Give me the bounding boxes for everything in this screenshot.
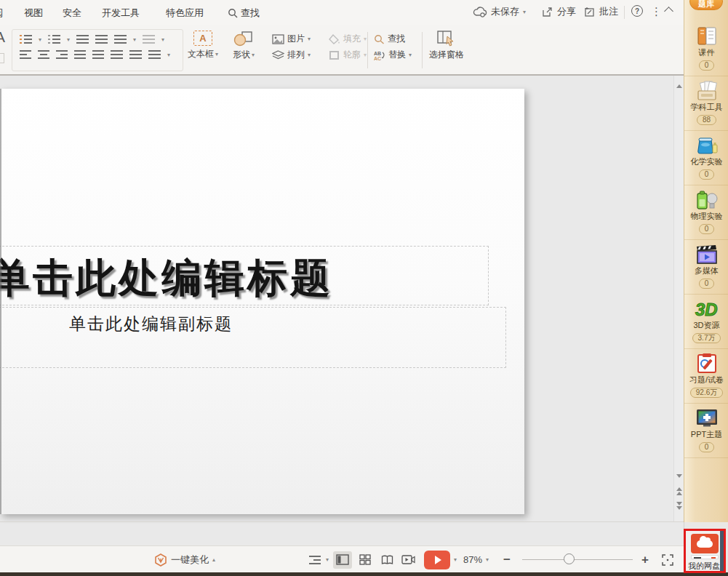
sidebar-item-physics-lab[interactable]: 物理实验 0 [684, 185, 728, 240]
sidebar-item-chemistry-lab[interactable]: 化学实验 0 [684, 131, 728, 185]
sidebar-top-badge[interactable]: 题库 [689, 0, 723, 10]
slide-workspace: 单击此处编辑标题 单击此处编辑副标题 [0, 76, 684, 545]
workspace-bottom-line [0, 521, 684, 522]
view-slideshow-button[interactable] [399, 546, 417, 573]
picture-button[interactable]: 图片▾ [272, 33, 311, 45]
sidebar-item-subject-tools[interactable]: 学科工具 88 [684, 76, 728, 131]
scroll-up-icon[interactable] [676, 84, 682, 88]
font-tool-clipped: A [0, 28, 5, 46]
next-slide-icon[interactable] [676, 502, 682, 505]
share-button[interactable]: 分享 [542, 5, 576, 18]
save-status-label: 未保存 [491, 5, 519, 18]
arrange-icon [272, 50, 284, 60]
chevron-down-icon: ▾ [454, 556, 457, 563]
menu-find-label: 查找 [241, 7, 260, 20]
status-bar: 一键美化 ▴ ▾ ▾ 87% ▾ − + [0, 545, 684, 572]
menu-item-security[interactable]: 安全 [63, 7, 81, 20]
decrease-indent-icon[interactable] [76, 35, 89, 44]
slide-title-text[interactable]: 单击此处编辑标题 [0, 252, 333, 305]
outline-label: 轮廓 [343, 49, 361, 61]
selection-pane-icon [437, 31, 456, 47]
menu-item-view[interactable]: 视图 [24, 7, 43, 20]
text-direction-icon[interactable] [114, 35, 127, 44]
view-normal-button[interactable] [333, 546, 352, 573]
picture-label: 图片 [287, 33, 305, 45]
sidebar-item-3d-resources[interactable]: 3D 3D资源 3.7万 [684, 295, 728, 349]
slide-subtitle-text[interactable]: 单击此处编辑副标题 [69, 313, 233, 335]
textbox-icon: A [193, 31, 212, 46]
screen-edge-strip [720, 531, 724, 571]
menu-item-special-features[interactable]: 特色应用 [166, 7, 204, 20]
align-left-icon[interactable] [20, 50, 31, 59]
shapes-button[interactable]: 形状▾ [233, 31, 255, 61]
slide-canvas[interactable]: 单击此处编辑标题 单击此处编辑副标题 [0, 89, 524, 514]
zoom-out-button[interactable]: − [503, 546, 511, 573]
picture-arrange-group: 图片▾ 排列▾ [272, 33, 311, 61]
justify-icon[interactable] [74, 50, 86, 59]
help-button[interactable]: ? [631, 5, 643, 17]
previous-slide-icon2[interactable] [676, 492, 682, 495]
increase-indent-icon[interactable] [95, 35, 108, 44]
sidebar-item-exercises[interactable]: 习题/试卷 92.6万 [684, 349, 728, 404]
beautify-button[interactable]: 一键美化 ▴ [154, 546, 215, 573]
cloud-drive-icon [691, 534, 719, 553]
zoom-in-button[interactable]: + [641, 546, 649, 573]
chevron-down-icon[interactable]: ▾ [39, 36, 41, 43]
find-button[interactable]: 查找 [374, 33, 412, 45]
sidebar-item-courseware[interactable]: 课件 0 [684, 22, 728, 76]
selection-pane-button[interactable]: 选择窗格 [429, 31, 464, 61]
more-dots-icon: ⋮ [651, 5, 662, 18]
comment-icon [584, 7, 596, 17]
arrange-button[interactable]: 排列▾ [272, 49, 311, 61]
textbox-label: 文本框 [188, 48, 214, 60]
selection-pane-label: 选择窗格 [429, 49, 464, 61]
line-spacing-decrease-icon[interactable] [129, 50, 142, 59]
line-spacing-increase-icon[interactable] [111, 50, 123, 59]
my-cloud-drive-item-highlighted[interactable]: 我的网盘 [684, 529, 726, 573]
numbered-list-icon[interactable] [48, 35, 60, 44]
sidebar-item-label: PPT主题 [684, 430, 728, 439]
fit-to-window-button[interactable] [662, 546, 673, 573]
distribute-icon[interactable] [92, 50, 104, 59]
sidebar-item-multimedia[interactable]: 多媒体 0 [684, 240, 728, 295]
sidebar-item-label: 习题/试卷 [684, 375, 728, 385]
previous-slide-icon[interactable] [676, 487, 682, 491]
scroll-down-icon[interactable] [676, 474, 682, 478]
zoom-slider-track[interactable] [522, 559, 633, 560]
help-icon: ? [631, 5, 643, 17]
next-slide-icon2[interactable] [676, 506, 682, 510]
align-center-icon[interactable] [38, 50, 49, 59]
chevron-down-icon[interactable]: ▾ [133, 36, 136, 43]
chevron-down-icon[interactable]: ▾ [167, 52, 170, 58]
beautify-label: 一键美化 [171, 553, 209, 567]
chevron-down-icon: ▾ [215, 51, 218, 57]
zoom-slider-thumb[interactable] [564, 553, 575, 564]
vertical-scrollbar[interactable] [673, 76, 684, 522]
chevron-down-icon: ▾ [308, 52, 311, 58]
line-spacing-icon[interactable] [148, 50, 161, 59]
fill-label: 填充 [343, 33, 361, 45]
menu-item-developer-tools[interactable]: 开发工具 [102, 7, 140, 20]
exercises-icon [694, 353, 720, 375]
physics-lab-icon [694, 189, 720, 211]
sidebar-item-ppt-themes[interactable]: PPT主题 0 [684, 404, 728, 458]
picture-icon [272, 34, 284, 44]
notes-icon [309, 556, 322, 564]
chevron-down-icon[interactable]: ▾ [67, 36, 70, 43]
zoom-level-button[interactable]: 87% ▾ [463, 546, 489, 573]
more-options-button[interactable]: ⋮ [651, 5, 662, 18]
menu-item-review-clipped[interactable]: 阅 [0, 7, 3, 20]
align-right-icon[interactable] [56, 50, 68, 59]
view-read-button[interactable] [377, 546, 396, 573]
notes-button[interactable]: ▾ [309, 546, 329, 573]
courseware-icon [694, 25, 720, 47]
play-slideshow-button[interactable]: ▾ [424, 546, 457, 573]
replace-button[interactable]: AB AC 替换▾ [374, 49, 412, 61]
collapse-ribbon-button[interactable] [665, 5, 672, 15]
view-grid-button[interactable] [356, 546, 375, 573]
save-status-button[interactable]: 未保存 ▾ [473, 5, 526, 18]
comment-button[interactable]: 批注 [584, 5, 618, 18]
menu-find-button[interactable]: 查找 [228, 7, 260, 20]
bullet-list-icon[interactable] [20, 35, 32, 44]
textbox-button[interactable]: A 文本框▾ [188, 31, 218, 60]
